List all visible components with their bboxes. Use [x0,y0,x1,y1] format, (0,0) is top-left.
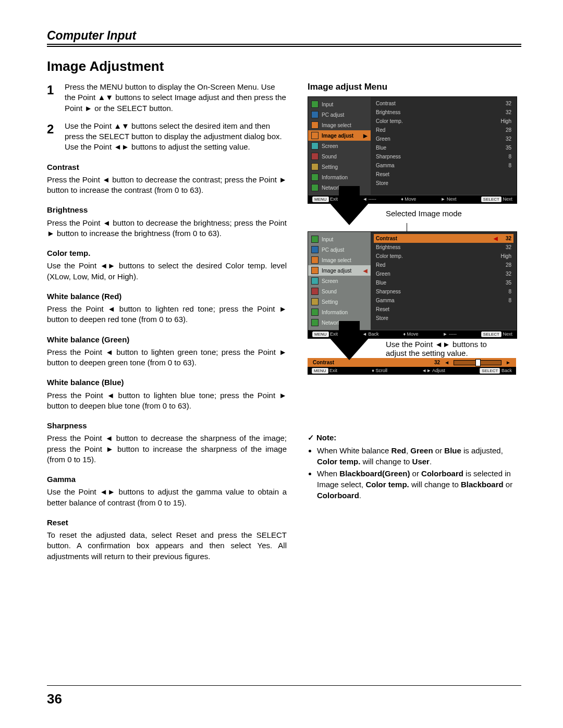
menu-label: Image select [322,122,351,128]
menu-label: Network [322,185,341,191]
osd-side-item[interactable]: Image select [308,120,371,130]
osd-param-row[interactable]: Store [376,179,511,188]
menu-icon [311,111,319,118]
slider-key-scroll: ♦ Scroll [372,368,387,374]
osd-side-item[interactable]: Image select [308,255,371,265]
osd-side-item[interactable]: Information [308,307,371,317]
setting-desc: Use the Point ◄► buttons to adjust the g… [47,487,287,508]
note-item: When White balance Red, Green or Blue is… [317,445,516,467]
osd-param-row[interactable]: Contrast32 [376,99,511,108]
param-key: Color temp. [376,253,403,259]
param-key: Reset [376,171,389,177]
menu-icon [311,236,319,243]
param-key: Store [376,315,388,321]
menu-label: PC adjust [322,112,344,118]
step-1: 1 Press the MENU button to display the O… [47,82,287,114]
osd-side-item[interactable]: Image adjust◀ [308,265,371,276]
osd-param-row[interactable]: Store [376,314,511,323]
osd-param-row[interactable]: Brightness32 [376,243,511,252]
setting-name: Color temp. [47,248,287,258]
param-key: Gamma [376,163,395,168]
menu-label: Image adjust [322,268,351,274]
triangle-left-icon: ◀ [494,236,498,241]
osd-param-row[interactable]: Blue35 [376,278,511,287]
setting-name: White balance (Red) [47,291,287,302]
slider-label: Contrast [313,360,334,365]
osd-param-row[interactable]: Blue35 [376,143,511,152]
param-val: 8 [508,154,511,159]
osd-side-item[interactable]: Sound [308,151,371,162]
osd-side-item[interactable]: Setting [308,297,371,307]
menu-label: Screen [322,278,338,284]
slider-handle[interactable] [475,359,481,366]
param-val: High [500,253,511,259]
page-title: Image Adjustment [47,58,521,75]
param-val: 32 [506,236,511,241]
section-header: Computer Input [47,29,521,45]
slider-footer: MENU Exit ♦ Scroll ◄► Adjust SELECT Back [308,367,516,375]
setting-desc: Press the Point ◄ button to decrease the… [47,433,287,465]
osd-param-row[interactable]: Green32 [376,269,511,278]
menu-label: Image adjust [322,133,353,139]
osd-side-item[interactable]: Information [308,172,371,182]
osd-param-row[interactable]: Brightness32 [376,108,511,117]
osd-param-row[interactable]: Color temp.High [376,117,511,126]
chevron-left-icon: ◀ [363,268,368,274]
osd-side-item[interactable]: Screen [308,276,371,286]
menu-label: Information [322,310,348,315]
setting-name: Contrast [47,162,287,172]
param-val: 35 [506,280,511,286]
setting-desc: Use the Point ◄► buttons to select the d… [47,261,287,282]
menu-icon [311,132,319,139]
osd-side-item[interactable]: Screen [308,141,371,151]
osd-param-row[interactable]: Reset [376,170,511,179]
setting-desc: Press the Point ◄ button to lighten blue… [47,390,287,412]
osd-side-item[interactable]: PC adjust [308,109,371,120]
setting-desc: To reset the adjusted data, select Reset… [47,530,287,562]
osd-param-row[interactable]: Sharpness8 [376,152,511,161]
chevron-right-icon: ▶ [363,133,368,139]
step-text: Press the MENU button to display the On-… [65,82,287,114]
menu-icon [311,121,319,129]
osd-side-item[interactable]: Sound [308,286,371,297]
osd-param-row[interactable]: Red28 [376,126,511,134]
osd-key-next: ► ----- [443,331,456,337]
osd-side-item[interactable]: PC adjust [308,244,371,255]
menu-label: Setting [322,299,338,305]
osd-param-row[interactable]: Gamma8 [376,161,511,170]
osd-side-item[interactable]: Image adjust▶ [308,130,371,141]
osd-side-item[interactable]: Input [308,99,371,109]
note-title: Note: [308,433,336,442]
adjust-hint: Use the Point ◄► buttons to adjust the s… [386,340,490,357]
param-val: 32 [506,244,511,250]
osd-param-row[interactable]: Red28 [376,261,511,269]
osd-param-row[interactable]: Green32 [376,134,511,143]
menu-label: Screen [322,143,338,149]
step-2: 2 Use the Point ▲▼ buttons select the de… [47,121,287,153]
setting-name: Sharpness [47,421,287,431]
param-key: Store [376,180,388,186]
osd-param-row[interactable]: Gamma8 [376,296,511,305]
param-val: High [500,118,511,124]
param-key: Brightness [376,109,400,115]
osd-side-item[interactable]: Input [308,234,371,244]
param-key: Sharpness [376,289,401,294]
menu-icon [311,184,319,191]
osd-param-row-selected[interactable]: Contrast◀32 [374,234,513,243]
osd-param-row[interactable]: Color temp.High [376,252,511,261]
osd-param-row[interactable]: Sharpness8 [376,287,511,296]
slider-key-adjust: ◄► Adjust [422,368,445,374]
setting-desc: Press the Point ◄ button to decrease the… [47,175,287,196]
slider-track[interactable] [454,360,501,365]
osd-param-row[interactable]: Reset [376,305,511,314]
note-item: When Blackboard(Green) or Colorboard is … [317,468,516,501]
osd-side-item[interactable]: Setting [308,162,371,172]
setting-desc: Press the Point ◄ button to lighten red … [47,304,287,325]
header-rule [47,46,521,47]
param-val: 28 [506,262,511,268]
menu-label: Information [322,175,348,180]
param-val: 8 [508,298,511,303]
osd-key-select: Next [503,196,512,202]
osd-key-move: ♦ Move [403,331,418,337]
param-key: Green [376,271,390,277]
